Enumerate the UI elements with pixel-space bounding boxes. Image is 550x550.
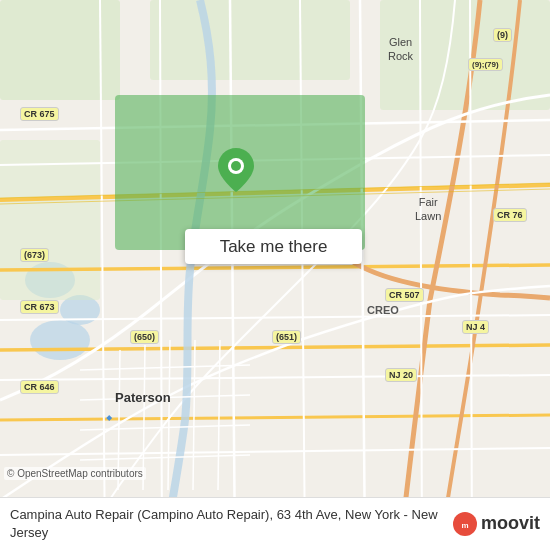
town-paterson: Paterson — [115, 390, 171, 405]
road-badge-cr646: CR 646 — [20, 380, 59, 394]
town-glen-rock: GlenRock — [388, 35, 413, 64]
location-text: Campina Auto Repair (Campino Auto Repair… — [10, 506, 453, 542]
svg-rect-4 — [0, 0, 120, 100]
town-fair-lawn: FairLawn — [415, 195, 441, 224]
road-badge-651: (651) — [272, 330, 301, 344]
svg-point-36 — [231, 161, 241, 171]
creo-label: CREO — [367, 304, 399, 316]
moovit-text: moovit — [481, 513, 540, 534]
bottom-bar: Campina Auto Repair (Campino Auto Repair… — [0, 497, 550, 550]
road-badge-979: (9);(79) — [468, 58, 503, 71]
svg-text:m: m — [461, 520, 468, 529]
road-badge-nj4: NJ 4 — [462, 320, 489, 334]
svg-rect-5 — [150, 0, 350, 80]
map-pin — [218, 148, 254, 196]
map-container: Take me there CR 675 (673) CR 673 CR 646… — [0, 0, 550, 550]
road-badge-673: (673) — [20, 248, 49, 262]
moovit-logo: m moovit — [453, 512, 540, 536]
road-badge-9: (9) — [493, 28, 512, 42]
paterson-icon: ⬥ — [105, 408, 113, 424]
moovit-icon: m — [453, 512, 477, 536]
road-badge-cr76: CR 76 — [493, 208, 527, 222]
road-badge-cr507: CR 507 — [385, 288, 424, 302]
road-badge-650: (650) — [130, 330, 159, 344]
take-me-there-button[interactable]: Take me there — [185, 229, 362, 264]
road-badge-nj20: NJ 20 — [385, 368, 417, 382]
road-badge-cr675: CR 675 — [20, 107, 59, 121]
svg-point-1 — [30, 320, 90, 360]
attribution: © OpenStreetMap contributors — [4, 467, 146, 480]
road-badge-cr673: CR 673 — [20, 300, 59, 314]
